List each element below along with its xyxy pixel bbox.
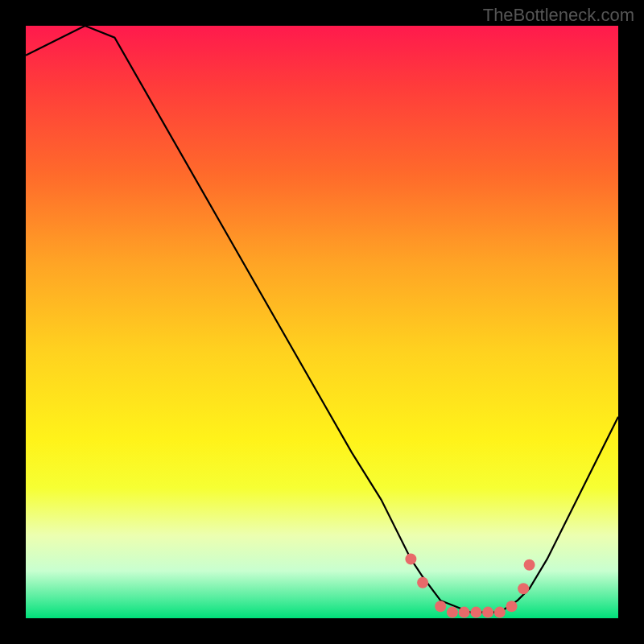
curve-marker <box>417 577 428 588</box>
curve-marker <box>524 559 535 571</box>
curve-marker <box>482 607 493 618</box>
curve-line <box>26 26 618 613</box>
curve-marker <box>506 601 518 612</box>
curve-marker <box>405 553 416 564</box>
curve-marker <box>518 583 529 594</box>
curve-marker <box>470 607 481 618</box>
watermark-text: TheBottleneck.com <box>483 5 634 26</box>
curve-marker <box>459 607 470 618</box>
marker-group <box>405 553 535 617</box>
curve-marker <box>494 607 506 618</box>
curve-marker <box>447 607 458 618</box>
curve-marker <box>435 601 446 612</box>
chart-svg <box>26 26 618 618</box>
plot-area <box>26 26 618 618</box>
